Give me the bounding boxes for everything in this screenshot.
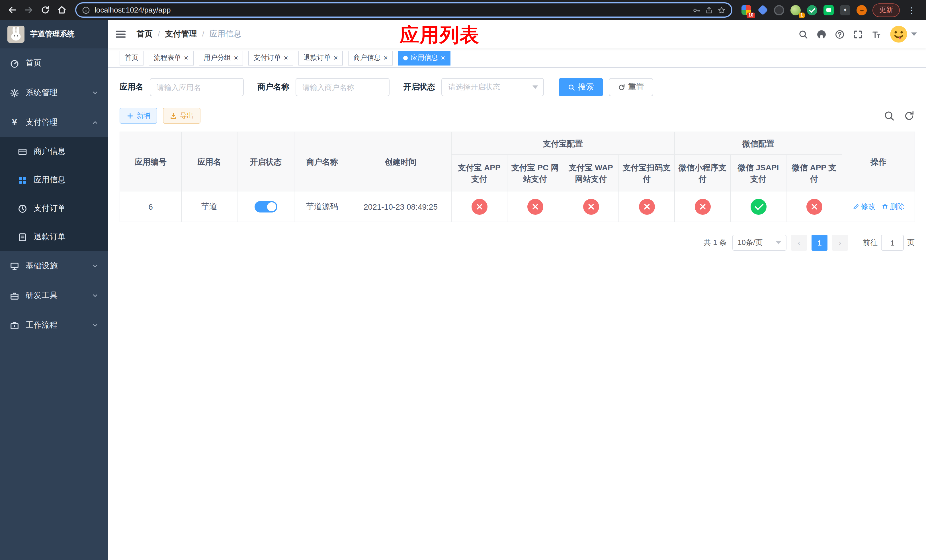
chrome-update-button[interactable]: 更新 bbox=[873, 3, 900, 17]
github-icon[interactable] bbox=[817, 29, 826, 39]
browser-menu-icon[interactable]: ⋮ bbox=[905, 5, 919, 15]
close-icon[interactable] bbox=[334, 54, 338, 62]
table-toolbar: 新增 导出 bbox=[120, 107, 915, 124]
goto-page-input[interactable] bbox=[881, 235, 904, 251]
sidebar-item-payment-orders[interactable]: 支付订单 bbox=[0, 194, 108, 223]
tab-merchant-info[interactable]: 商户信息 bbox=[348, 50, 393, 65]
sidebar-item-refund-orders[interactable]: 退款订单 bbox=[0, 223, 108, 251]
password-key-icon[interactable] bbox=[693, 6, 701, 14]
prev-page-button[interactable]: ‹ bbox=[791, 235, 807, 251]
sidebar-item-label: 工作流程 bbox=[26, 320, 57, 330]
hamburger-icon[interactable] bbox=[115, 29, 126, 40]
current-page-button[interactable]: 1 bbox=[811, 235, 828, 251]
tab-payment-orders[interactable]: 支付订单 bbox=[248, 50, 293, 65]
tab-user-group[interactable]: 用户分组 bbox=[198, 50, 243, 65]
share-icon[interactable] bbox=[705, 6, 713, 14]
delete-button[interactable]: 删除 bbox=[881, 201, 905, 212]
chevron-down-icon bbox=[92, 322, 98, 329]
sidebar-item-infrastructure[interactable]: 基础设施 bbox=[0, 251, 108, 281]
sidebar-item-system[interactable]: 系统管理 bbox=[0, 78, 108, 107]
merchant-name-input[interactable] bbox=[295, 78, 390, 96]
breadcrumb: 首页 支付管理 应用信息 bbox=[137, 29, 242, 39]
col-group-alipay-config: 支付宝配置 bbox=[451, 132, 675, 155]
apps-table: 应用编号 应用名 开启状态 商户名称 创建时间 支付宝配置 微信配置 操作 支付… bbox=[120, 132, 915, 222]
extension-avatar-icon[interactable]: 1 bbox=[790, 4, 801, 16]
sidebar-item-payment[interactable]: ¥ 支付管理 bbox=[0, 107, 108, 137]
extension-grid-icon[interactable]: 10 bbox=[740, 4, 752, 16]
toggle-search-icon[interactable] bbox=[884, 110, 895, 121]
col-header-merchant: 商户名称 bbox=[294, 132, 350, 191]
chevron-down-icon bbox=[92, 263, 98, 269]
filter-form: 应用名 商户名称 开启状态 请选择开启状态 搜索 重置 bbox=[120, 78, 915, 96]
cell-actions: 修改 删除 bbox=[842, 191, 915, 222]
site-info-icon[interactable] bbox=[82, 6, 90, 14]
close-icon[interactable] bbox=[284, 54, 288, 62]
browser-window: localhost:1024/pay/app 10 1 bbox=[0, 0, 926, 560]
sidebar-item-home[interactable]: 首页 bbox=[0, 48, 108, 78]
close-icon[interactable] bbox=[384, 54, 388, 62]
export-button[interactable]: 导出 bbox=[163, 107, 200, 124]
status-toggle[interactable] bbox=[254, 201, 277, 212]
sidebar-item-merchant-info[interactable]: 商户信息 bbox=[0, 137, 108, 166]
sidebar-item-app-info[interactable]: 应用信息 bbox=[0, 166, 108, 194]
sidebar-item-label: 系统管理 bbox=[26, 88, 57, 98]
reset-button[interactable]: 重置 bbox=[609, 78, 653, 96]
extension-pinwheel-icon[interactable]: ✦ bbox=[840, 4, 851, 16]
tab-refund-orders[interactable]: 退款订单 bbox=[298, 50, 343, 65]
close-icon[interactable] bbox=[441, 54, 445, 62]
home-icon[interactable] bbox=[54, 2, 70, 18]
edit-button[interactable]: 修改 bbox=[852, 201, 876, 212]
search-button[interactable]: 搜索 bbox=[559, 78, 603, 96]
chevron-down-icon bbox=[533, 85, 538, 89]
extension-badge: 10 bbox=[747, 12, 755, 18]
sidebar-item-workflow[interactable]: 工作流程 bbox=[0, 310, 108, 340]
col-header-created: 创建时间 bbox=[350, 132, 451, 191]
close-icon[interactable] bbox=[234, 54, 238, 62]
extension-gem-icon[interactable] bbox=[757, 4, 768, 16]
status-select[interactable]: 请选择开启状态 bbox=[441, 78, 544, 96]
page-size-select[interactable]: 10条/页 bbox=[732, 235, 787, 251]
breadcrumb-current: 应用信息 bbox=[197, 29, 242, 39]
back-icon[interactable] bbox=[5, 2, 20, 18]
alipay-qr-status-icon bbox=[639, 198, 655, 215]
breadcrumb-payment[interactable]: 支付管理 bbox=[153, 29, 197, 39]
sidebar-item-label: 应用信息 bbox=[33, 175, 65, 185]
tab-app-info[interactable]: 应用信息 bbox=[398, 50, 450, 65]
app-title: 芋道管理系统 bbox=[30, 29, 75, 39]
address-bar[interactable]: localhost:1024/pay/app bbox=[75, 2, 732, 18]
help-icon[interactable] bbox=[835, 29, 844, 39]
goto-suffix: 页 bbox=[907, 238, 915, 248]
page-content: 应用名 商户名称 开启状态 请选择开启状态 搜索 重置 bbox=[108, 68, 926, 560]
alipay-pc-status-icon bbox=[527, 198, 543, 215]
sidebar-item-dev-tools[interactable]: 研发工具 bbox=[0, 281, 108, 310]
extension-green-square-icon[interactable] bbox=[823, 4, 834, 16]
search-icon[interactable] bbox=[799, 29, 808, 39]
chevron-down-icon bbox=[92, 89, 98, 96]
wechat-app-status-icon bbox=[806, 198, 822, 215]
add-button[interactable]: 新增 bbox=[120, 107, 157, 124]
col-header-wechat-jsapi: 微信 JSAPI 支付 bbox=[730, 155, 786, 191]
app-logo[interactable]: 芋道管理系统 bbox=[0, 20, 108, 48]
next-page-button[interactable]: › bbox=[832, 235, 848, 251]
col-header-alipay-pc: 支付宝 PC 网站支付 bbox=[507, 155, 563, 191]
reload-icon[interactable] bbox=[38, 2, 53, 18]
refresh-icon[interactable] bbox=[904, 110, 915, 121]
tab-home[interactable]: 首页 bbox=[120, 50, 144, 65]
tab-process-form[interactable]: 流程表单 bbox=[149, 50, 193, 65]
fullscreen-icon[interactable] bbox=[853, 29, 863, 39]
url-text[interactable]: localhost:1024/pay/app bbox=[95, 6, 171, 14]
forward-icon[interactable] bbox=[21, 2, 36, 18]
extension-face-icon[interactable] bbox=[856, 4, 867, 16]
app-name-input[interactable] bbox=[150, 78, 244, 96]
sidebar-item-label: 退款订单 bbox=[33, 232, 65, 242]
font-size-icon[interactable] bbox=[872, 29, 881, 39]
bookmark-star-icon[interactable] bbox=[717, 6, 726, 14]
extension-green-circle-icon[interactable] bbox=[806, 4, 818, 16]
sidebar-item-label: 研发工具 bbox=[26, 291, 57, 301]
close-icon[interactable] bbox=[184, 54, 188, 62]
extension-dark-circle-icon[interactable] bbox=[773, 4, 785, 16]
user-avatar[interactable] bbox=[890, 25, 917, 43]
breadcrumb-home[interactable]: 首页 bbox=[137, 29, 153, 39]
avatar-emoji-icon bbox=[890, 25, 908, 43]
status-label: 开启状态 bbox=[403, 82, 435, 92]
